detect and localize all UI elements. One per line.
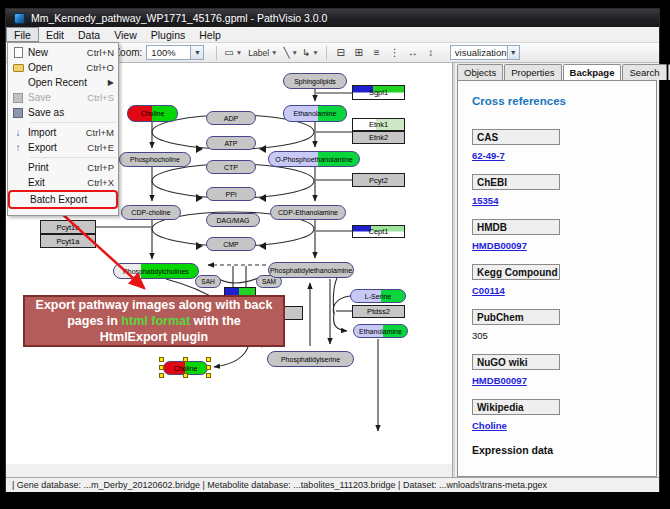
status-bar: | Gene database: ...m_Derby_20120602.bri… — [6, 477, 659, 492]
file-menu-item-open-recent[interactable]: Open Recent▶ — [8, 75, 118, 90]
node-etnk2[interactable]: Etnk2 — [352, 131, 405, 144]
node-sgpl1[interactable]: Sgpl1 — [352, 85, 405, 100]
submenu-arrow-icon: ▶ — [108, 78, 114, 87]
distribute-vertical-icon[interactable]: ⋮ — [387, 45, 403, 61]
menu-item-label: Exit — [28, 177, 87, 188]
tab-objects[interactable]: Objects — [457, 64, 503, 80]
selection-handle[interactable] — [159, 365, 164, 370]
xref-header-cas: CAS — [472, 129, 560, 145]
xref-value-cas[interactable]: 62-49-7 — [472, 150, 656, 161]
node-sah[interactable]: SAH — [195, 275, 221, 288]
align-middle-icon[interactable]: ⊞ — [351, 45, 367, 61]
visualization-combobox[interactable]: visualization ▼ — [450, 45, 520, 60]
node-pcyt1a[interactable]: Pcyt1a — [40, 234, 96, 248]
pathvisio-window: Mm_Kennedy_pathway_WP1771_45176.gpml - P… — [5, 8, 660, 492]
node-ethanolamine-bottom[interactable]: Ethanolamine — [353, 324, 408, 338]
zoom-combobox[interactable]: 100% ▼ — [146, 45, 204, 60]
desktop-background: Mm_Kennedy_pathway_WP1771_45176.gpml - P… — [0, 0, 670, 509]
file-menu-item-open[interactable]: OpenCtrl+O — [8, 60, 118, 75]
visualization-value: visualization — [455, 47, 507, 58]
tab-properties[interactable]: Properties — [504, 64, 561, 80]
menu-file[interactable]: File — [6, 27, 39, 42]
node-ctp[interactable]: CTP — [206, 160, 256, 174]
menu-bar: FileEditDataViewPluginsHelp — [6, 27, 659, 43]
xref-value-kegg-compound[interactable]: C00114 — [472, 285, 656, 296]
menu-item-label: Batch Export — [30, 194, 112, 205]
node-pcyt1b[interactable]: Pcyt1b — [40, 220, 96, 234]
node-cept1[interactable]: Cept1 — [352, 225, 405, 238]
menu-view[interactable]: View — [107, 27, 144, 42]
chevron-down-icon[interactable]: ▼ — [507, 46, 519, 59]
label-tool[interactable]: Label▼ — [245, 45, 280, 61]
file-menu-item-exit[interactable]: ExitCtrl+X — [8, 175, 118, 190]
menu-item-shortcut: Ctrl+M — [86, 127, 114, 138]
node-cdp-ethanolamine[interactable]: CDP-Ethanolamine — [270, 205, 346, 220]
distribute-horizontal-icon[interactable]: ≡ — [369, 45, 385, 61]
chevron-down-icon[interactable]: ▼ — [292, 49, 298, 56]
selection-handle[interactable] — [206, 373, 211, 378]
gene-product-tool[interactable]: ▭▼ — [223, 45, 243, 61]
chevron-down-icon[interactable]: ▼ — [271, 49, 277, 56]
node-choline-top[interactable]: Choline — [127, 105, 178, 122]
selection-handle[interactable] — [183, 373, 188, 378]
node-cdp-choline[interactable]: CDP-choline — [121, 205, 181, 220]
status-text: | Gene database: ...m_Derby_20120602.bri… — [12, 480, 547, 490]
menu-data[interactable]: Data — [71, 27, 107, 42]
selection-handle[interactable] — [159, 373, 164, 378]
node-dag-mag[interactable]: DAG/MAG — [206, 213, 260, 227]
node-o-phosphoethanolamine[interactable]: O-Phosphoethanolamine — [268, 151, 360, 167]
connector-tool[interactable]: ↳▼ — [301, 45, 320, 61]
node-phosphatidylethanolamine[interactable]: Phosphatidylethanolamine — [268, 262, 354, 278]
file-menu-item-batch-export[interactable]: Batch Export — [10, 192, 116, 207]
xref-value-hmdb[interactable]: HMDB00097 — [472, 240, 656, 251]
xref-value-nugo-wiki[interactable]: HMDB00097 — [472, 375, 656, 386]
xref-header-hmdb: HMDB — [472, 219, 560, 235]
match-height-icon[interactable]: ↕ — [423, 45, 439, 61]
selection-handle[interactable] — [206, 365, 211, 370]
match-width-icon[interactable]: ↔ — [405, 45, 421, 61]
chevron-down-icon[interactable]: ▼ — [190, 46, 203, 59]
chevron-down-icon[interactable]: ▼ — [236, 49, 242, 56]
menu-item-label: Open — [28, 62, 86, 73]
menu-help[interactable]: Help — [192, 27, 228, 42]
file-menu-item-save-as[interactable]: Save as — [8, 105, 118, 120]
file-menu-item-export[interactable]: ↑ExportCtrl+E — [8, 140, 118, 155]
node-phosphatidylserine[interactable]: Phosphatidylserine — [267, 351, 354, 367]
chevron-down-icon[interactable]: ▼ — [312, 49, 318, 56]
menu-item-label: Export — [28, 142, 87, 153]
node-sphingolipids[interactable]: Sphingolipids — [283, 73, 347, 89]
tab-search[interactable]: Search — [622, 64, 666, 80]
menu-item-label: Save — [28, 92, 87, 103]
title-bar[interactable]: Mm_Kennedy_pathway_WP1771_45176.gpml - P… — [6, 9, 659, 27]
node-l-serine[interactable]: L-Serine — [350, 289, 406, 303]
tab-backpage[interactable]: Backpage — [563, 64, 622, 80]
node-phosphatidylcholines[interactable]: Phosphatidylcholines — [113, 263, 199, 279]
backpage-panel[interactable]: Cross references CAS62-49-7ChEBI15354HMD… — [457, 80, 657, 477]
save-floppy-icon — [8, 93, 28, 103]
file-menu-item-print[interactable]: PrintCtrl+P — [8, 160, 118, 175]
xref-value-chebi[interactable]: 15354 — [472, 195, 656, 206]
node-ppi[interactable]: PPi — [206, 187, 256, 201]
xref-value-wikipedia[interactable]: Choline — [472, 420, 656, 431]
node-phosphocholine[interactable]: Phosphocholine — [119, 152, 191, 167]
node-ptdss2[interactable]: Ptdss2 — [352, 305, 405, 318]
line-tool[interactable]: ╲▼ — [282, 45, 298, 61]
node-ethanolamine-top[interactable]: Ethanolamine — [283, 105, 347, 122]
menu-plugins[interactable]: Plugins — [144, 27, 192, 42]
node-etnk1[interactable]: Etnk1 — [352, 118, 405, 131]
toolbar-separator — [216, 46, 217, 60]
node-pcyt2[interactable]: Pcyt2 — [352, 173, 405, 187]
menu-item-shortcut: Ctrl+N — [87, 47, 114, 58]
align-center-icon[interactable]: ⊟ — [333, 45, 349, 61]
node-cmp[interactable]: CMP — [206, 237, 256, 251]
selection-handle[interactable] — [159, 357, 164, 362]
selection-handle[interactable] — [183, 357, 188, 362]
menu-edit[interactable]: Edit — [39, 27, 71, 42]
menu-item-shortcut: Ctrl+S — [87, 92, 114, 103]
selection-handle[interactable] — [206, 357, 211, 362]
file-menu-item-import[interactable]: ↓ImportCtrl+M — [8, 125, 118, 140]
node-adp[interactable]: ADP — [206, 111, 256, 125]
node-atp[interactable]: ATP — [206, 136, 256, 150]
file-menu-item-new[interactable]: NewCtrl+N — [8, 45, 118, 60]
export-icon: ↑ — [8, 143, 28, 153]
